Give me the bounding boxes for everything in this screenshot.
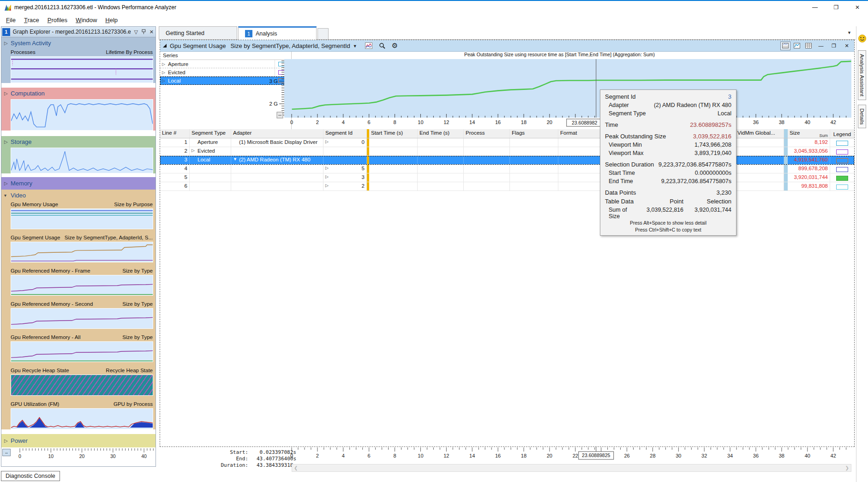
tooltip-value: 9,223,372,036.854775807s xyxy=(661,178,731,184)
feedback-smiley-icon[interactable] xyxy=(858,35,866,42)
table-row[interactable]: 6 ▷2 99,831,808 xyxy=(160,182,854,191)
expander-icon[interactable] xyxy=(192,139,198,147)
tab-analysis[interactable]: 1 Analysis xyxy=(238,26,317,40)
view-maximize-button[interactable]: ❐ xyxy=(828,42,839,50)
tab-details[interactable]: Details xyxy=(858,105,866,128)
expander-icon[interactable]: ▷ xyxy=(325,166,331,173)
thumbnail-gpu-memory-usage[interactable] xyxy=(11,208,153,229)
open-graph-icon[interactable] xyxy=(365,42,372,49)
window-maximize-button[interactable]: ❐ xyxy=(826,1,847,14)
table-row[interactable]: 5 ▷3 3,920,031,744 xyxy=(160,173,854,182)
expander-icon[interactable]: ▷ xyxy=(162,62,168,66)
section-video[interactable]: ▾ Video Gpu Memory Usage Size by Purpose… xyxy=(1,190,156,429)
tab-stub[interactable] xyxy=(317,28,329,39)
graph-item-gpu-memory-usage[interactable]: Gpu Memory Usage Size by Purpose xyxy=(1,200,156,208)
table-row[interactable]: 1 Aperture (1) Microsoft Basic Display D… xyxy=(160,138,854,147)
view-mode-table-button[interactable] xyxy=(803,42,814,50)
col-header-adapter[interactable]: Adapter xyxy=(231,129,323,138)
tab-analysis-assistant[interactable]: Analysis Assistant xyxy=(858,50,866,100)
col-header-flags[interactable]: Flags xyxy=(510,129,558,138)
thumbnail-gpu-referenced-frame[interactable] xyxy=(11,275,153,296)
scroll-right-icon[interactable]: ❯ xyxy=(845,465,849,470)
aggregation-column-divider[interactable] xyxy=(784,129,788,138)
expander-icon[interactable]: ▷ xyxy=(4,181,11,186)
graph-item-gpu-referenced-memory-all[interactable]: Gpu Referenced Memory - All Size by Type xyxy=(1,333,156,340)
expander-icon[interactable]: ▷ xyxy=(4,438,11,443)
thumbnail-gpu-referenced-second[interactable] xyxy=(11,308,153,329)
pin-icon[interactable] xyxy=(141,29,146,35)
menu-file[interactable]: File xyxy=(2,15,20,25)
col-header-segment-type[interactable]: Segment Type xyxy=(190,129,231,138)
col-header-end-time[interactable]: End Time (s) xyxy=(418,129,464,138)
tooltip-value: 1,743,966,208 xyxy=(694,142,731,148)
graph-item-gpu-referenced-memory-second[interactable]: Gpu Referenced Memory - Second Size by T… xyxy=(1,300,156,307)
col-header-start-time[interactable]: Start Time (s) xyxy=(369,129,418,138)
thumbnail-gpu-utilization[interactable] xyxy=(11,408,153,429)
search-icon[interactable] xyxy=(379,42,385,49)
col-header-process[interactable]: Process xyxy=(464,129,510,138)
preset-dropdown-icon[interactable]: ▼ xyxy=(353,44,357,48)
thumbnail-gpu-segment-usage[interactable] xyxy=(11,242,153,262)
expander-icon[interactable]: ▷ xyxy=(325,139,331,147)
col-header-line[interactable]: Line # xyxy=(160,129,190,138)
table-row[interactable]: 2 ▷Evicted 3,045,933,056 xyxy=(160,147,854,156)
section-memory[interactable]: ▷ Memory xyxy=(1,177,156,190)
expander-icon[interactable]: ▷ xyxy=(4,41,11,46)
expander-icon[interactable]: ▷ xyxy=(325,183,331,190)
menu-trace[interactable]: Trace xyxy=(20,15,43,25)
menu-window[interactable]: Window xyxy=(72,15,101,25)
thumbnail-gpu-recycle-heap[interactable] xyxy=(11,375,153,396)
view-mode-both-button[interactable] xyxy=(780,42,790,50)
zoom-reset-button[interactable]: ↔ xyxy=(2,449,11,456)
gpu-segment-usage-chart[interactable]: 2 G3 G0246810121416182022242628303234363… xyxy=(263,52,856,130)
view-preset[interactable]: Size by SegmentType, AdapterId, SegmentI… xyxy=(230,42,350,49)
view-mode-graph-button[interactable] xyxy=(792,42,802,50)
table-row-selected[interactable]: 3 Local ▼(2) AMD Radeon (TM) RX 480 4,91… xyxy=(160,156,854,165)
col-header-segment-id[interactable]: Segment Id xyxy=(323,129,367,138)
graph-item-gpu-utilization[interactable]: GPU Utilization (FM) GPU by Process xyxy=(1,400,156,407)
chevron-down-icon[interactable]: ▽ xyxy=(134,29,138,35)
legend-swatch xyxy=(836,158,848,163)
graph-item-gpu-recycle-heap-state[interactable]: Gpu Recycle Heap State Recycle Heap Stat… xyxy=(1,366,156,374)
expander-icon[interactable]: ▷ xyxy=(325,174,331,182)
graph-item-processes[interactable]: Processes Lifetime By Process xyxy=(1,48,156,55)
close-icon[interactable]: ✕ xyxy=(150,29,154,35)
col-header-legend[interactable]: Legend xyxy=(830,129,854,138)
graph-item-gpu-referenced-memory-frame[interactable]: Gpu Referenced Memory - Frame Size by Ty… xyxy=(1,267,156,274)
menu-help[interactable]: Help xyxy=(101,15,122,25)
section-system-activity[interactable]: ▷ System Activity Processes Lifetime By … xyxy=(1,37,156,83)
horizontal-scrollbar[interactable]: ❮ ❯ xyxy=(292,464,851,472)
global-timeline-ruler[interactable]: 0246810121416182022242628303234363840422… xyxy=(263,446,856,463)
view-minimize-button[interactable]: — xyxy=(815,42,826,50)
graph-item-gpu-segment-usage[interactable]: Gpu Segment Usage Size by SegmentType, A… xyxy=(1,233,156,241)
expander-icon[interactable]: ▷ xyxy=(162,78,168,83)
expander-icon[interactable] xyxy=(233,139,239,147)
thumbnail-gpu-referenced-all[interactable] xyxy=(11,341,153,362)
table-row[interactable]: 4 ▷5 899,678,208 xyxy=(160,165,854,173)
section-storage[interactable]: ▷ Storage xyxy=(1,136,156,173)
tab-getting-started[interactable]: Getting Started xyxy=(159,26,237,39)
view-collapse-icon[interactable] xyxy=(163,44,167,48)
thumbnail-computation[interactable] xyxy=(11,99,153,131)
expander-icon[interactable]: ▷ xyxy=(192,148,198,155)
gear-icon[interactable]: ⚙ xyxy=(392,42,398,50)
thumbnail-processes[interactable] xyxy=(11,56,153,83)
scroll-left-icon[interactable]: ❮ xyxy=(294,465,298,470)
thumbnail-storage[interactable] xyxy=(11,148,153,173)
view-close-button[interactable]: ✕ xyxy=(841,42,852,50)
expander-icon[interactable]: ▾ xyxy=(4,193,11,198)
expander-icon[interactable]: ▷ xyxy=(4,91,11,96)
tab-list-dropdown-icon[interactable]: ▼ xyxy=(847,30,851,35)
section-power[interactable]: ▷ Power xyxy=(1,434,156,447)
window-close-button[interactable]: ✕ xyxy=(847,1,868,14)
col-header-size[interactable]: SizeSum xyxy=(788,129,830,138)
section-computation[interactable]: ▷ Computation xyxy=(1,88,156,131)
expander-icon[interactable] xyxy=(192,157,198,164)
window-minimize-button[interactable]: — xyxy=(804,1,826,14)
expander-icon[interactable]: ▷ xyxy=(4,139,11,144)
col-header-vidmm-global[interactable]: VidMm Global... xyxy=(736,129,784,138)
diagnostic-console-button[interactable]: Diagnostic Console xyxy=(1,471,60,481)
expander-icon[interactable]: ▷ xyxy=(162,70,168,75)
menu-profiles[interactable]: Profiles xyxy=(43,15,72,25)
expander-icon[interactable]: ▼ xyxy=(233,157,239,164)
